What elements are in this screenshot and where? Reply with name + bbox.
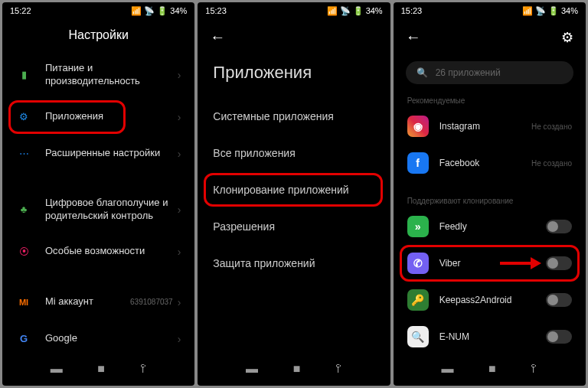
item-label: Особые возможности xyxy=(45,245,178,258)
chevron-right-icon: › xyxy=(178,246,181,258)
toggle-switch[interactable] xyxy=(546,293,572,307)
page-title: Приложения xyxy=(198,55,390,98)
arrow-annotation xyxy=(497,254,543,272)
section-supports: Поддерживают клонирование xyxy=(394,191,586,208)
item-label: Питание и производительность xyxy=(45,62,178,88)
settings-item-advanced[interactable]: ⋯ Расширенные настройки › xyxy=(2,135,194,172)
item-label: Системные приложения xyxy=(213,110,334,122)
wellbeing-icon: ♣ xyxy=(16,202,31,217)
nav-bar: ▬ ■ ⫯ xyxy=(394,353,586,386)
clone-list: Рекомендуемые ◉ Instagram Не создано f F… xyxy=(394,90,586,353)
app-status: Не создано xyxy=(531,159,572,168)
app-name: Facebook xyxy=(439,158,531,168)
item-label: Mi аккаунт xyxy=(45,295,130,308)
search-icon: 🔍 xyxy=(416,67,428,78)
app-row-feedly[interactable]: » Feedly xyxy=(394,208,586,245)
apps-item-clone[interactable]: Клонирование приложений xyxy=(198,171,390,208)
item-label: Все приложения xyxy=(213,147,295,159)
status-right: 📶 📡 🔋 34% xyxy=(327,6,383,16)
mi-logo-icon: MI xyxy=(16,295,31,310)
nav-back-icon[interactable]: ⫯ xyxy=(531,360,537,377)
settings-list: ▮ Питание и производительность › ⚙ Прило… xyxy=(2,51,194,353)
settings-item-apps[interactable]: ⚙ Приложения › xyxy=(2,99,194,135)
toggle-switch[interactable] xyxy=(546,220,572,233)
toggle-switch[interactable] xyxy=(546,256,572,270)
app-row-instagram[interactable]: ◉ Instagram Не создано xyxy=(394,108,586,145)
gear-icon: ⚙ xyxy=(16,109,31,125)
app-name: E-NUM xyxy=(439,331,546,342)
status-right: 📶 📡 🔋 34% xyxy=(131,6,187,16)
apps-item-protection[interactable]: Защита приложений xyxy=(198,245,390,282)
nav-back-icon[interactable]: ⫯ xyxy=(335,360,342,377)
battery-icon: ▮ xyxy=(16,67,31,83)
google-icon: G xyxy=(16,331,31,347)
page-title: Настройки xyxy=(68,28,128,42)
nav-home-icon[interactable]: ■ xyxy=(293,362,301,376)
app-name: Instagram xyxy=(439,121,531,132)
item-sub: 6391087037 xyxy=(130,298,173,306)
keepass-icon: 🔑 xyxy=(407,289,429,311)
status-time: 15:22 xyxy=(10,6,31,15)
item-label: Цифровое благополучие и родительский кон… xyxy=(45,197,178,223)
status-bar: 15:23 📶 📡 🔋 34% xyxy=(198,2,390,19)
settings-item-accessibility[interactable]: ⦿ Особые возможности › xyxy=(2,233,194,270)
app-name: Feedly xyxy=(439,221,546,232)
nav-home-icon[interactable]: ■ xyxy=(97,362,105,376)
toggle-switch[interactable] xyxy=(546,330,572,344)
wifi-icon: 📡 xyxy=(535,6,546,16)
item-label: Защита приложений xyxy=(213,257,315,269)
app-row-viber[interactable]: ✆ Viber xyxy=(394,245,586,282)
battery-percent: 34% xyxy=(366,6,383,15)
chevron-right-icon: › xyxy=(178,111,181,123)
settings-item-google[interactable]: G Google › xyxy=(2,321,194,353)
status-time: 15:23 xyxy=(205,6,227,15)
item-label: Клонирование приложений xyxy=(213,184,348,196)
status-time: 15:23 xyxy=(401,6,423,15)
app-status: Не создано xyxy=(531,122,572,131)
feedly-icon: » xyxy=(407,216,429,237)
battery-percent: 34% xyxy=(561,6,578,15)
settings-item-mi-account[interactable]: MI Mi аккаунт 6391087037 › xyxy=(2,284,194,321)
battery-percent: 34% xyxy=(170,6,187,15)
section-recommended: Рекомендуемые xyxy=(394,90,586,108)
nav-recent-icon[interactable]: ▬ xyxy=(246,362,258,376)
battery-icon: 🔋 xyxy=(548,6,559,16)
chevron-right-icon: › xyxy=(178,333,181,345)
signal-icon: 📶 xyxy=(327,6,338,16)
chevron-right-icon: › xyxy=(178,69,181,81)
nav-bar: ▬ ■ ⫯ xyxy=(198,353,390,386)
apps-list: Системные приложения Все приложения Клон… xyxy=(198,98,390,353)
enum-icon: 🔍 xyxy=(407,326,429,347)
nav-back-icon[interactable]: ⫯ xyxy=(140,360,147,377)
phone-apps: 15:23 📶 📡 🔋 34% ← Приложения Системные п… xyxy=(198,2,390,386)
nav-home-icon[interactable]: ■ xyxy=(488,362,496,376)
status-bar: 15:23 📶 📡 🔋 34% xyxy=(394,2,586,19)
app-row-keepass[interactable]: 🔑 Keepass2Android xyxy=(394,282,586,318)
header: ← ⚙ xyxy=(394,19,586,55)
item-label: Расширенные настройки xyxy=(45,147,178,160)
status-bar: 15:22 📶 📡 🔋 34% xyxy=(2,2,194,19)
back-button[interactable]: ← xyxy=(406,28,421,46)
settings-gear-button[interactable]: ⚙ xyxy=(561,29,573,46)
app-row-enum[interactable]: 🔍 E-NUM xyxy=(394,318,586,353)
app-row-facebook[interactable]: f Facebook Не создано xyxy=(394,145,586,181)
signal-icon: 📶 xyxy=(131,6,142,16)
search-placeholder: 26 приложений xyxy=(436,67,501,78)
back-button[interactable]: ← xyxy=(210,28,225,46)
header: Настройки xyxy=(2,19,194,51)
item-label: Разрешения xyxy=(213,220,275,233)
settings-item-wellbeing[interactable]: ♣ Цифровое благополучие и родительский к… xyxy=(2,186,194,233)
wifi-icon: 📡 xyxy=(340,6,351,16)
accessibility-icon: ⦿ xyxy=(16,244,31,259)
nav-recent-icon[interactable]: ▬ xyxy=(51,362,63,376)
nav-bar: ▬ ■ ⫯ xyxy=(2,353,194,386)
settings-item-power[interactable]: ▮ Питание и производительность › xyxy=(2,51,194,99)
apps-item-all[interactable]: Все приложения xyxy=(198,135,390,171)
instagram-icon: ◉ xyxy=(407,116,429,137)
viber-icon: ✆ xyxy=(407,253,429,274)
wifi-icon: 📡 xyxy=(144,6,155,16)
apps-item-permissions[interactable]: Разрешения xyxy=(198,208,390,245)
nav-recent-icon[interactable]: ▬ xyxy=(441,362,453,376)
search-input[interactable]: 🔍 26 приложений xyxy=(406,61,573,84)
apps-item-system[interactable]: Системные приложения xyxy=(198,98,390,135)
